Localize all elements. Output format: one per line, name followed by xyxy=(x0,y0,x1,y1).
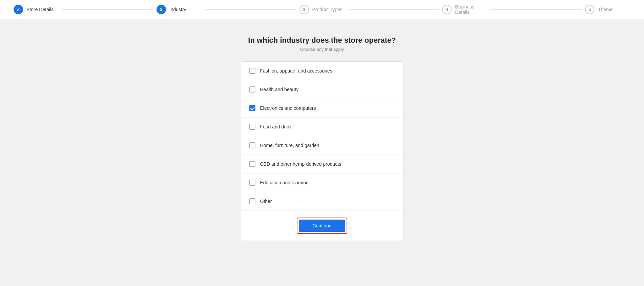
industry-row-food-drink[interactable]: Food and drink xyxy=(241,118,403,136)
step-circle-4: 4 xyxy=(442,5,452,14)
page-title: In which industry does the store operate… xyxy=(248,36,396,45)
step-divider-3 xyxy=(348,9,439,9)
continue-button-highlight: Continue xyxy=(297,218,347,234)
step-theme[interactable]: 5 Theme xyxy=(585,5,630,14)
main-content: In which industry does the store operate… xyxy=(0,19,644,254)
step-number-5: 5 xyxy=(588,7,591,12)
step-divider-2 xyxy=(205,9,296,9)
checkbox-cbd[interactable] xyxy=(249,161,255,167)
checkbox-home-furniture[interactable] xyxy=(249,142,255,148)
stepper: ✓ Store Details 2 Industry 3 Product Typ… xyxy=(0,0,644,19)
step-product-types[interactable]: 3 Product Types xyxy=(299,5,345,14)
continue-button[interactable]: Continue xyxy=(299,220,345,232)
industry-label-other: Other xyxy=(260,199,272,204)
step-label-2: Industry xyxy=(169,7,186,12)
step-circle-2: 2 xyxy=(157,5,166,14)
checkbox-health-beauty[interactable] xyxy=(249,86,255,93)
page-subtitle: Choose any that apply xyxy=(300,47,344,52)
industry-label-food-drink: Food and drink xyxy=(260,124,292,129)
industry-label-cbd: CBD and other hemp-derived products xyxy=(260,161,341,167)
step-number-3: 3 xyxy=(303,7,305,12)
industry-label-education: Education and learning xyxy=(260,180,309,185)
industry-row-education[interactable]: Education and learning xyxy=(241,173,403,192)
continue-area: Continue xyxy=(241,210,403,241)
step-store-details[interactable]: ✓ Store Details xyxy=(14,5,59,14)
industry-row-fashion[interactable]: Fashion, apparel, and accessories xyxy=(241,62,403,80)
step-divider-1 xyxy=(62,9,153,9)
checkmark-icon: ✓ xyxy=(16,7,20,12)
step-label-3: Product Types xyxy=(312,7,342,12)
industry-label-electronics: Electronics and computers xyxy=(260,105,316,111)
step-number-4: 4 xyxy=(446,7,448,12)
industry-row-home-furniture[interactable]: Home, furniture, and garden xyxy=(241,136,403,155)
industry-label-fashion: Fashion, apparel, and accessories xyxy=(260,68,332,74)
industry-label-home-furniture: Home, furniture, and garden xyxy=(260,143,319,148)
industry-row-health-beauty[interactable]: Health and beauty xyxy=(241,80,403,99)
step-business-details[interactable]: 4 Business Details xyxy=(442,4,487,15)
step-label-1: Store Details xyxy=(26,7,54,12)
industry-row-electronics[interactable]: Electronics and computers xyxy=(241,99,403,118)
step-label-4: Business Details xyxy=(455,4,487,15)
industry-label-health-beauty: Health and beauty xyxy=(260,87,299,92)
checkbox-food-drink[interactable] xyxy=(249,124,255,130)
step-industry[interactable]: 2 Industry xyxy=(157,5,202,14)
industry-row-cbd[interactable]: CBD and other hemp-derived products xyxy=(241,155,403,173)
step-divider-4 xyxy=(491,9,582,9)
industry-row-other[interactable]: Other xyxy=(241,192,403,210)
checkbox-fashion[interactable] xyxy=(249,68,255,74)
step-label-5: Theme xyxy=(598,7,613,12)
checkbox-education[interactable] xyxy=(249,180,255,186)
step-number-2: 2 xyxy=(160,7,162,12)
checkbox-electronics[interactable] xyxy=(249,105,255,111)
industry-list: Fashion, apparel, and accessoriesHealth … xyxy=(241,62,403,210)
industry-card: Fashion, apparel, and accessoriesHealth … xyxy=(241,61,403,241)
step-circle-1: ✓ xyxy=(14,5,23,14)
step-circle-5: 5 xyxy=(585,5,595,14)
checkbox-other[interactable] xyxy=(249,198,255,204)
step-circle-3: 3 xyxy=(299,5,309,14)
